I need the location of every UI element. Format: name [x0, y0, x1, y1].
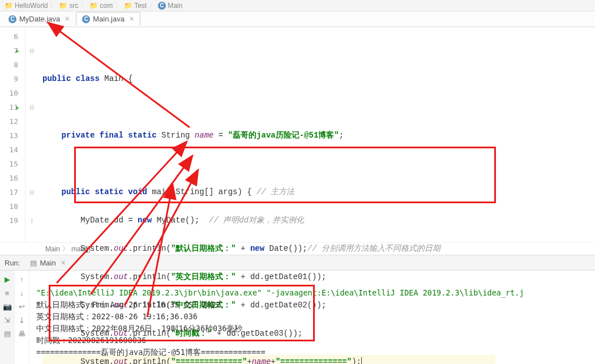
run-icon[interactable]: ▶: [2, 274, 12, 284]
bc-item-1[interactable]: 📁src: [59, 2, 78, 10]
close-icon[interactable]: ✕: [65, 15, 70, 23]
run-toolbar-right: ↑ ↓ ↩ ⤓ 🖶: [15, 271, 29, 364]
run-gutter-icon[interactable]: ▶: [16, 44, 19, 58]
run-label: Run:: [5, 259, 20, 267]
fold-icon[interactable]: ⊟: [25, 44, 38, 58]
console-output[interactable]: "E:\idea\IntelliJ IDEA 2019.2.3\jbr\bin\…: [29, 271, 595, 364]
fold-column: ⊟ ⊟ ⊟ ⌋: [25, 27, 38, 242]
close-icon[interactable]: ✕: [129, 15, 134, 23]
class-icon: C: [8, 15, 16, 23]
run-gutter-icon[interactable]: ▶: [16, 100, 19, 114]
console-line: 默认日期格式：Fri Aug 26 19:16:35 CST 2022: [36, 300, 221, 309]
tool-icon: ▤: [30, 259, 37, 267]
print-icon[interactable]: 🖶: [17, 328, 27, 339]
tab-mydate[interactable]: C MyDate.java ✕: [2, 12, 76, 26]
bc-item-4[interactable]: CMain: [158, 2, 182, 10]
fold-icon[interactable]: ⊟: [25, 185, 38, 199]
class-icon: C: [82, 15, 90, 23]
console-line: ==============磊哥的java历险记-@51博客==========…: [36, 348, 266, 357]
stop-icon[interactable]: ■: [2, 288, 12, 298]
bc-item-2[interactable]: 📁com: [89, 2, 113, 10]
folder-icon: 📁: [59, 2, 67, 10]
folder-icon: 📁: [89, 2, 98, 10]
console-line: 中文日期格式：2022年08月26日 19时16分36秒036毫秒: [36, 324, 242, 333]
fold-end-icon[interactable]: ⌋: [25, 213, 38, 228]
editor[interactable]: 6 ▶7 8 9 10 ▶11 12 13 14 15 16 17 18 19 …: [0, 27, 595, 242]
console-line: 时间戳：20220826191600036: [36, 336, 146, 345]
folder-icon: 📁: [5, 2, 13, 10]
class-icon: C: [158, 2, 166, 10]
bc-item-3[interactable]: 📁Test: [124, 2, 147, 10]
fold-icon[interactable]: ⊟: [25, 100, 38, 114]
console-command: "E:\idea\IntelliJ IDEA 2019.2.3\jbr\bin\…: [36, 288, 524, 297]
down-icon[interactable]: ↓: [17, 288, 27, 298]
breadcrumb: 📁HelloWorld〉 📁src〉 📁com〉 📁Test〉 CMain: [0, 0, 595, 11]
run-toolbar-left: ▶ ■ 📷 ⇲ ▤: [0, 271, 15, 364]
folder-icon: 📁: [124, 2, 132, 10]
camera-icon[interactable]: 📷: [2, 301, 12, 311]
editor-tabs: C MyDate.java ✕ C Main.java ✕: [0, 11, 595, 27]
scroll-icon[interactable]: ⤓: [17, 315, 27, 325]
bc-item-0[interactable]: 📁HelloWorld: [5, 2, 48, 10]
layout-icon[interactable]: ▤: [2, 328, 12, 339]
tab-main[interactable]: C Main.java ✕: [76, 12, 140, 26]
wrap-icon[interactable]: ↩: [17, 301, 27, 311]
up-icon[interactable]: ↑: [17, 274, 27, 284]
console-line: 英文日期格式：2022-08-26 19:16;36.036: [36, 312, 198, 321]
run-panel: ▶ ■ 📷 ⇲ ▤ ↑ ↓ ↩ ⤓ 🖶 "E:\idea\IntelliJ ID…: [0, 271, 595, 364]
gutter: 6 ▶7 8 9 10 ▶11 12 13 14 15 16 17 18 19: [0, 27, 25, 242]
code-area[interactable]: public class Main { private final static…: [38, 27, 595, 242]
export-icon[interactable]: ⇲: [2, 315, 12, 325]
